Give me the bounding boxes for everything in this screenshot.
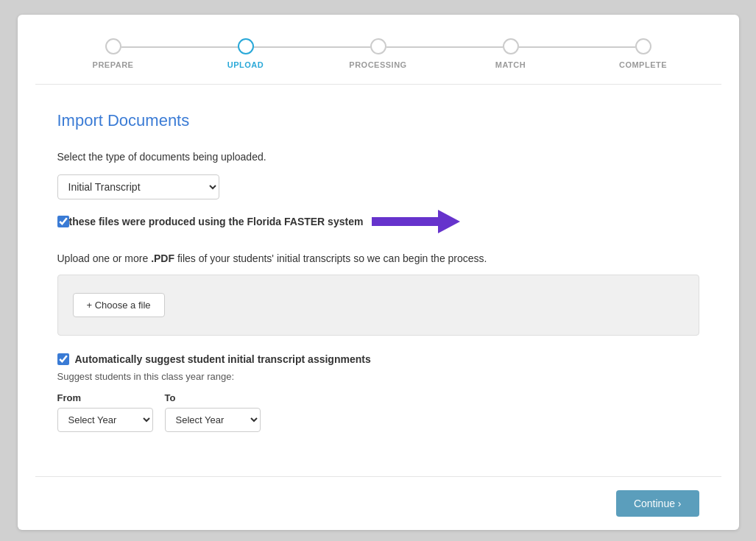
stepper: PREPARE UPLOAD PROCESSING MATCH COMPLETE xyxy=(18,15,739,84)
footer: Continue › xyxy=(18,477,739,530)
step-prepare: PREPARE xyxy=(47,38,180,69)
step-processing: PROCESSING xyxy=(312,38,445,69)
suggest-description: Suggest students in this class year rang… xyxy=(57,371,699,382)
from-label: From xyxy=(57,392,153,403)
upload-desc-ext: .PDF xyxy=(151,252,174,264)
faster-checkbox-row: these files were produced using the Flor… xyxy=(57,208,699,235)
step-circle-upload xyxy=(238,38,254,54)
doc-type-description: Select the type of documents being uploa… xyxy=(57,151,699,163)
auto-suggest-label[interactable]: Automatically suggest student initial tr… xyxy=(75,353,371,365)
page-title: Import Documents xyxy=(57,111,699,130)
upload-desc-suffix: files of your students' initial transcri… xyxy=(174,252,487,264)
to-label: To xyxy=(165,392,261,403)
step-label-complete: COMPLETE xyxy=(619,60,667,69)
main-card: PREPARE UPLOAD PROCESSING MATCH COMPLETE… xyxy=(18,15,739,530)
step-label-prepare: PREPARE xyxy=(93,60,134,69)
faster-checkbox-label[interactable]: these files were produced using the Flor… xyxy=(69,216,364,227)
purple-arrow-icon xyxy=(372,208,460,235)
from-year-select[interactable]: Select Year 2018 2019 2020 2021 2022 202… xyxy=(57,408,153,432)
upload-zone[interactable]: + Choose a file xyxy=(57,275,699,336)
step-circle-prepare xyxy=(105,38,121,54)
upload-desc-prefix: Upload one or more xyxy=(57,252,152,264)
auto-suggest-row: Automatically suggest student initial tr… xyxy=(57,353,699,365)
step-circle-match xyxy=(503,38,519,54)
choose-file-button[interactable]: + Choose a file xyxy=(73,293,165,317)
step-label-match: MATCH xyxy=(495,60,526,69)
step-label-upload: UPLOAD xyxy=(227,60,264,69)
step-circle-processing xyxy=(370,38,386,54)
upload-description: Upload one or more .PDF files of your st… xyxy=(57,252,699,264)
doc-type-select[interactable]: Initial Transcript Final Transcript Othe… xyxy=(57,174,219,199)
year-range-row: From Select Year 2018 2019 2020 2021 202… xyxy=(57,392,699,432)
step-circle-complete xyxy=(635,38,651,54)
auto-suggest-checkbox[interactable] xyxy=(57,353,69,365)
step-match: MATCH xyxy=(445,38,577,69)
continue-button[interactable]: Continue › xyxy=(616,490,699,517)
from-group: From Select Year 2018 2019 2020 2021 202… xyxy=(57,392,153,432)
step-complete: COMPLETE xyxy=(577,38,710,69)
faster-checkbox[interactable] xyxy=(57,216,69,227)
content-area: Import Documents Select the type of docu… xyxy=(18,85,739,454)
step-label-processing: PROCESSING xyxy=(349,60,406,69)
step-upload: UPLOAD xyxy=(180,38,312,69)
to-group: To Select Year 2018 2019 2020 2021 2022 … xyxy=(165,392,261,432)
svg-marker-0 xyxy=(372,210,460,233)
to-year-select[interactable]: Select Year 2018 2019 2020 2021 2022 202… xyxy=(165,408,261,432)
